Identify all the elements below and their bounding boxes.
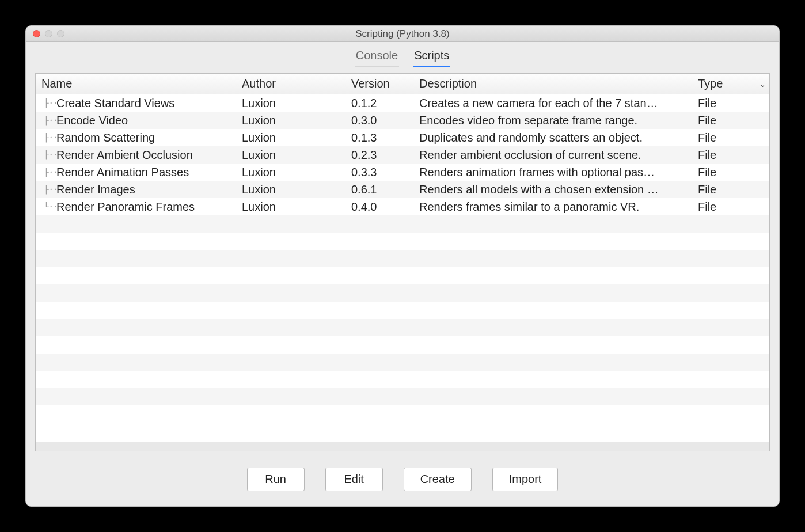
run-button[interactable]: Run: [247, 468, 305, 491]
table-row[interactable]: ├··Encode VideoLuxion0.3.0Encodes video …: [36, 112, 769, 129]
table-row: [36, 319, 769, 336]
titlebar: Scripting (Python 3.8): [26, 26, 779, 42]
cell-name: ├··Random Scattering: [36, 131, 236, 145]
tree-branch-icon: ├··: [44, 133, 53, 142]
table-row[interactable]: └··Render Panoramic FramesLuxion0.4.0Ren…: [36, 198, 769, 215]
table-body[interactable]: ├··Create Standard ViewsLuxion0.1.2Creat…: [36, 94, 769, 442]
cell-type: File: [692, 166, 769, 179]
traffic-lights: [26, 30, 64, 37]
table-row: [36, 250, 769, 267]
cell-name: ├··Render Animation Passes: [36, 166, 236, 179]
column-header-author[interactable]: Author: [236, 74, 345, 94]
cell-author: Luxion: [236, 97, 345, 110]
script-name: Encode Video: [56, 114, 128, 127]
table-header: Name Author Version Description Type ⌄: [36, 74, 769, 94]
cell-version: 0.1.3: [345, 131, 413, 145]
cell-version: 0.6.1: [345, 183, 413, 196]
column-header-name[interactable]: Name: [36, 74, 236, 94]
table-row[interactable]: ├··Create Standard ViewsLuxion0.1.2Creat…: [36, 94, 769, 112]
table-row: [36, 336, 769, 354]
column-header-description[interactable]: Description: [413, 74, 692, 94]
script-name: Render Panoramic Frames: [56, 200, 195, 214]
column-header-type-label: Type: [698, 77, 723, 90]
table-row[interactable]: ├··Random ScatteringLuxion0.1.3Duplicate…: [36, 129, 769, 146]
tab-bar: Console Scripts: [26, 42, 779, 67]
tree-branch-icon: ├··: [44, 150, 53, 159]
table-row: [36, 388, 769, 405]
cell-author: Luxion: [236, 200, 345, 214]
table-row: [36, 233, 769, 250]
cell-author: Luxion: [236, 149, 345, 162]
tree-branch-icon: ├··: [44, 98, 53, 108]
cell-version: 0.3.3: [345, 166, 413, 179]
chevron-down-icon: ⌄: [760, 79, 766, 88]
cell-description: Encodes video from separate frame range.: [413, 114, 692, 127]
cell-type: File: [692, 114, 769, 127]
cell-name: ├··Render Images: [36, 183, 236, 196]
table-row: [36, 215, 769, 233]
cell-author: Luxion: [236, 114, 345, 127]
edit-button[interactable]: Edit: [325, 468, 383, 491]
tab-scripts[interactable]: Scripts: [413, 48, 450, 67]
cell-description: Duplicates and randomly scatters an obje…: [413, 131, 692, 145]
scripting-window: Scripting (Python 3.8) Console Scripts N…: [25, 25, 780, 507]
cell-type: File: [692, 149, 769, 162]
tree-branch-icon: └··: [44, 202, 53, 211]
cell-author: Luxion: [236, 131, 345, 145]
cell-name: ├··Encode Video: [36, 114, 236, 127]
cell-type: File: [692, 200, 769, 214]
table-row: [36, 405, 769, 423]
window-title: Scripting (Python 3.8): [26, 28, 779, 40]
script-name: Render Images: [56, 183, 135, 196]
cell-type: File: [692, 183, 769, 196]
table-row: [36, 267, 769, 284]
create-button[interactable]: Create: [404, 468, 472, 491]
table-row[interactable]: ├··Render Ambient OcclusionLuxion0.2.3Re…: [36, 146, 769, 164]
cell-description: Renders animation frames with optional p…: [413, 166, 692, 179]
cell-description: Creates a new camera for each of the 7 s…: [413, 97, 692, 110]
tree-branch-icon: ├··: [44, 168, 53, 177]
script-name: Random Scattering: [56, 131, 155, 145]
scripts-table: Name Author Version Description Type ⌄ ├…: [35, 73, 770, 451]
cell-name: └··Render Panoramic Frames: [36, 200, 236, 214]
cell-description: Render ambient occlusion of current scen…: [413, 149, 692, 162]
script-name: Render Animation Passes: [56, 166, 189, 179]
cell-version: 0.3.0: [345, 114, 413, 127]
cell-version: 0.1.2: [345, 97, 413, 110]
import-button[interactable]: Import: [492, 468, 559, 491]
script-name: Create Standard Views: [56, 97, 174, 110]
column-header-version[interactable]: Version: [345, 74, 413, 94]
content-area: Name Author Version Description Type ⌄ ├…: [26, 67, 779, 451]
table-row: [36, 354, 769, 371]
cell-description: Renders all models with a chosen extensi…: [413, 183, 692, 196]
column-header-type[interactable]: Type ⌄: [692, 74, 769, 94]
cell-author: Luxion: [236, 166, 345, 179]
cell-version: 0.2.3: [345, 149, 413, 162]
cell-name: ├··Render Ambient Occlusion: [36, 149, 236, 162]
tree-branch-icon: ├··: [44, 116, 53, 125]
cell-type: File: [692, 131, 769, 145]
cell-version: 0.4.0: [345, 200, 413, 214]
cell-name: ├··Create Standard Views: [36, 97, 236, 110]
cell-type: File: [692, 97, 769, 110]
table-row[interactable]: ├··Render ImagesLuxion0.6.1Renders all m…: [36, 181, 769, 198]
table-row[interactable]: ├··Render Animation PassesLuxion0.3.3Ren…: [36, 164, 769, 181]
cell-author: Luxion: [236, 183, 345, 196]
horizontal-scrollbar[interactable]: [36, 442, 769, 451]
table-row: [36, 371, 769, 388]
table-row: [36, 284, 769, 302]
table-row: [36, 302, 769, 319]
footer-buttons: Run Edit Create Import: [26, 451, 779, 506]
minimize-icon: [45, 30, 52, 37]
close-icon[interactable]: [33, 30, 40, 37]
tab-console[interactable]: Console: [355, 48, 399, 67]
zoom-icon: [57, 30, 64, 37]
cell-description: Renders frames similar to a panoramic VR…: [413, 200, 692, 214]
script-name: Render Ambient Occlusion: [56, 149, 193, 162]
tree-branch-icon: ├··: [44, 185, 53, 194]
